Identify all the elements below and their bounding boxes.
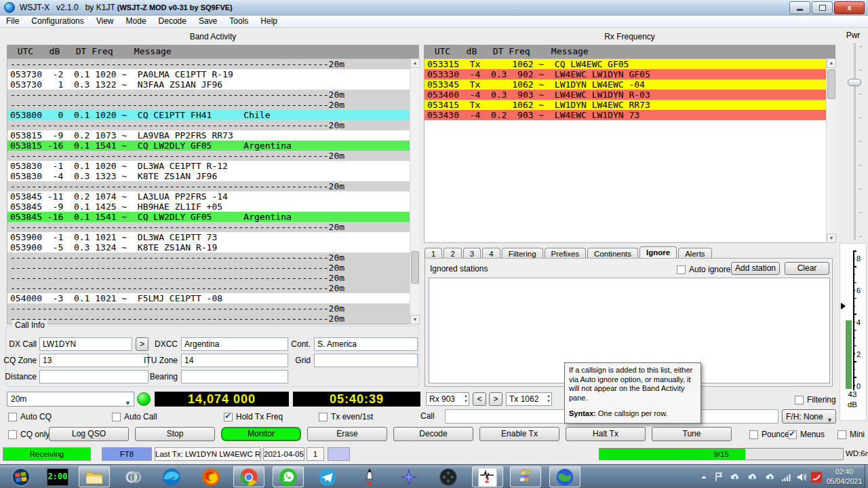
scroll-up-icon[interactable]: ▲: [827, 58, 836, 68]
log-qso-button[interactable]: Log QSO: [49, 427, 129, 441]
menu-help[interactable]: Help: [254, 16, 283, 27]
dx-call-lookup-button[interactable]: >: [136, 337, 149, 351]
band-activity-scrollbar[interactable]: ▲ ▼: [410, 58, 419, 324]
volume-icon[interactable]: [795, 470, 808, 484]
rx-to-tx-button[interactable]: >: [489, 392, 502, 406]
menu-decode[interactable]: Decode: [153, 16, 193, 27]
band-decode-row[interactable]: 053830 -4 0.3 1323 ~ K8TE ZS1AN JF96: [7, 171, 418, 181]
band-activity-list[interactable]: ----------------------------------------…: [7, 58, 419, 324]
rx-freq-spinner[interactable]: Rx 903 ▲▼: [426, 392, 469, 406]
band-decode-row[interactable]: 053845 -11 0.2 1074 ~ LA3LUA PP2FRS -14: [7, 191, 418, 202]
compass-star-icon[interactable]: [393, 466, 425, 487]
add-station-button[interactable]: Add station: [731, 262, 780, 275]
auto-cq-checkbox[interactable]: Auto CQ: [8, 411, 52, 422]
band-decode-row[interactable]: 054000 -3 0.1 1021 ~ F5LMJ CE1PTT -08: [7, 293, 418, 303]
band-decode-row[interactable]: 053830 -1 0.1 1020 ~ DL3WA CE1PTT R-12: [7, 161, 418, 171]
cloud-upload-icon[interactable]: [764, 470, 777, 484]
cq-only-checkbox[interactable]: CQ only: [8, 429, 50, 440]
scroll-thumb[interactable]: [411, 251, 419, 284]
file-explorer-icon[interactable]: [79, 466, 110, 487]
cloud-upload-icon[interactable]: [728, 470, 742, 484]
enable-tx-button[interactable]: Enable Tx: [479, 427, 559, 441]
auto-ignore-checkbox[interactable]: Auto ignore: [677, 264, 730, 275]
decode-button[interactable]: Decode: [393, 427, 473, 441]
pwr-slider[interactable]: [841, 41, 867, 243]
cloud-upload-icon[interactable]: [746, 470, 760, 484]
pwr-slider-handle[interactable]: [848, 79, 861, 86]
scroll-thumb[interactable]: [827, 69, 835, 99]
tune-button[interactable]: Tune: [652, 427, 732, 441]
auto-call-checkbox[interactable]: Auto Call: [112, 411, 157, 422]
avira-antivirus-icon[interactable]: [810, 470, 823, 484]
clock-widget-icon[interactable]: 2:00: [42, 466, 73, 487]
spinner-arrows-icon[interactable]: ▲▼: [464, 393, 468, 404]
firefox-browser-icon[interactable]: [195, 466, 226, 487]
clear-button[interactable]: Clear: [785, 262, 829, 275]
rx-frequency-scrollbar[interactable]: ▲ ▼: [826, 58, 835, 243]
network-flag-icon[interactable]: [712, 470, 726, 484]
grid-info-field[interactable]: [314, 354, 418, 367]
bearing-field[interactable]: [181, 370, 288, 383]
rx-frequency-list[interactable]: 053315 Tx 1062 ~ CQ LW4EWC GF05053330 -4…: [424, 58, 835, 243]
band-decode-row[interactable]: 053900 -1 0.1 1021 ~ DL3WA CE1PTT 73: [7, 232, 418, 242]
menu-mode[interactable]: Mode: [120, 16, 153, 27]
hidden-icons-arrow-icon[interactable]: [697, 470, 711, 484]
tx-to-rx-button[interactable]: <: [473, 392, 486, 406]
close-button[interactable]: x: [834, 1, 865, 14]
pwr-slider-track[interactable]: [854, 43, 856, 240]
band-decode-row[interactable]: 053900 -5 0.3 1324 ~ K8TE ZS1AN R-19: [7, 242, 418, 252]
rx-decode-row[interactable]: 053330 -4 0.3 902 ~ LW4EWC LW1DYN GF05: [425, 69, 835, 79]
menu-save[interactable]: Save: [193, 16, 223, 27]
dx-call-field[interactable]: LW1DYN: [39, 337, 132, 351]
band-decode-row[interactable]: 053730 -2 0.1 1020 ~ PA0LMA CE1PTT R-19: [7, 69, 418, 79]
restore-button[interactable]: [812, 1, 833, 14]
whatsapp-icon[interactable]: [273, 466, 304, 487]
menu-configurations[interactable]: Configurations: [25, 16, 90, 27]
telegram-icon[interactable]: [312, 466, 343, 487]
edge-browser-icon[interactable]: [156, 466, 187, 487]
tx-freq-spinner[interactable]: Tx 1062 ▲▼: [506, 392, 552, 406]
band-decode-row[interactable]: 053815 -16 0.1 1541 ~ CQ LW2DLY GF05 Arg…: [7, 140, 418, 151]
rx-decode-row[interactable]: 053400 -4 0.3 903 ~ LW4EWC LW1DYN R-03: [425, 90, 835, 100]
windows-start-icon[interactable]: [5, 466, 37, 487]
distance-field[interactable]: [39, 370, 149, 383]
band-decode-row[interactable]: 053800 0 0.1 1020 ~ CQ CE1PTT FH41 Chile: [7, 110, 418, 120]
band-decode-row[interactable]: 053845 -16 0.1 1541 ~ CQ LW2DLY GF05 Arg…: [7, 212, 418, 222]
menu-file[interactable]: File: [0, 16, 25, 27]
itu-zone-field[interactable]: 14: [181, 354, 288, 367]
chrome-browser-icon[interactable]: [233, 466, 264, 487]
band-decode-row[interactable]: 053730 1 0.3 1322 ~ N3FAA ZS1AN JF96: [7, 79, 418, 90]
mini-checkbox[interactable]: Mini: [837, 429, 865, 440]
band-decode-row[interactable]: 053845 -9 0.1 1425 ~ HB9HAE ZL1IF +05: [7, 202, 418, 212]
minimize-button[interactable]: [789, 1, 810, 14]
signal-bars-icon[interactable]: [780, 470, 793, 484]
frequency-display[interactable]: 14,074 000: [155, 392, 289, 407]
show-desktop-button[interactable]: [865, 465, 868, 488]
rx-decode-row[interactable]: 053430 -4 0.2 903 ~ LW4EWC LW1DYN 73: [425, 110, 835, 120]
scroll-up-icon[interactable]: ▲: [410, 58, 420, 68]
stop-button[interactable]: Stop: [135, 427, 215, 441]
dxcc-field[interactable]: Argentina: [181, 337, 288, 351]
band-select[interactable]: 20m▼: [7, 392, 134, 407]
rx-decode-row[interactable]: 053415 Tx 1062 ~ LW1DYN LW4EWC RR73: [425, 100, 835, 110]
fh-mode-select[interactable]: F/H: None▼: [782, 409, 836, 424]
wsjtx-app-icon[interactable]: 2: [472, 466, 503, 487]
halt-tx-button[interactable]: Halt Tx: [566, 427, 646, 441]
taskbar-clock[interactable]: 02:40 05/04/2021: [825, 467, 864, 486]
rings-app-icon[interactable]: [118, 466, 149, 487]
cq-zone-field[interactable]: 13: [39, 354, 149, 367]
scroll-down-icon[interactable]: ▼: [410, 315, 420, 324]
pounce-checkbox[interactable]: Pounce: [749, 429, 789, 440]
grid-map-icon[interactable]: [510, 466, 541, 487]
cont-field[interactable]: S. America: [314, 337, 418, 351]
film-reel-icon[interactable]: [433, 466, 464, 487]
scroll-down-icon[interactable]: ▼: [827, 233, 836, 243]
erase-button[interactable]: Erase: [307, 427, 387, 441]
title-bar[interactable]: WSJT-X v2.1.0 by K1JT (WSJT-Z MOD v0-31 …: [0, 0, 868, 16]
band-decode-row[interactable]: 053815 -9 0.2 1073 ~ LA9VBA PP2FRS RR73: [7, 130, 418, 140]
menu-view[interactable]: View: [90, 16, 120, 27]
rx-decode-row[interactable]: 053315 Tx 1062 ~ CQ LW4EWC GF05: [425, 59, 835, 69]
hold-tx-freq-checkbox[interactable]: Hold Tx Freq: [224, 411, 283, 422]
globe-icon[interactable]: [549, 466, 580, 487]
menus-checkbox[interactable]: Menus: [788, 429, 825, 440]
